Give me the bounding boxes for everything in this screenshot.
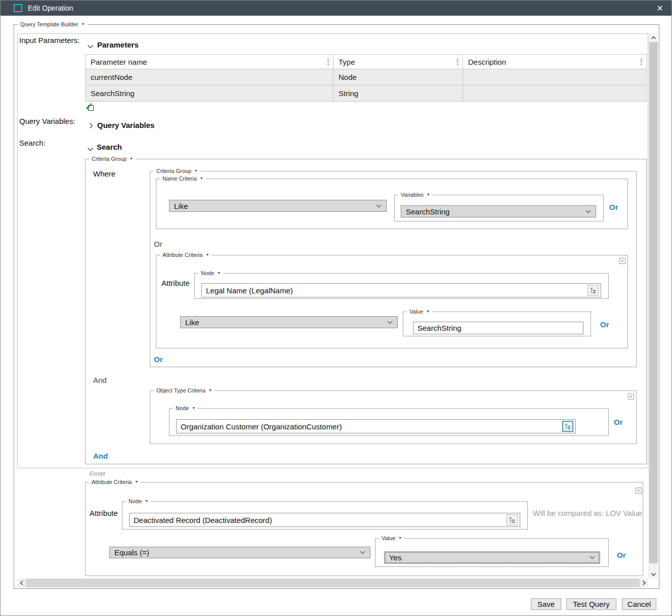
chevron-down-icon: [590, 556, 595, 559]
cell-description[interactable]: [463, 69, 646, 85]
legend-dropdown-icon: ▼: [135, 479, 138, 485]
legend-dropdown-icon: ▼: [398, 536, 402, 541]
scroll-up-icon[interactable]: [649, 33, 658, 42]
remove-criteria-icon[interactable]: ×: [628, 393, 634, 400]
edit-operation-dialog: Edit Operation ✕ Query Template Builder …: [0, 0, 672, 616]
query-template-builder-legend[interactable]: Query Template Builder ▼: [18, 21, 88, 28]
horizontal-scrollbar[interactable]: [17, 579, 648, 587]
node-picker-button[interactable]: [587, 285, 599, 296]
column-header-parameter-name[interactable]: Parameter name: [86, 55, 333, 69]
table-row[interactable]: SearchString String: [86, 85, 646, 102]
close-icon[interactable]: ✕: [652, 1, 667, 16]
tree-icon: [590, 287, 597, 294]
cell-parameter-name[interactable]: currentNode: [86, 69, 333, 85]
legend-dropdown-icon: ▼: [427, 192, 430, 197]
scroll-left-icon[interactable]: [17, 579, 26, 587]
attribute-operator-select[interactable]: Like: [180, 316, 398, 328]
and-separator: And: [93, 376, 107, 384]
value-legend[interactable]: Value ▼: [379, 535, 404, 542]
vertical-scrollbar-thumb[interactable]: [649, 42, 658, 563]
attribute-criteria-legend[interactable]: Attribute Criteria ▼: [89, 478, 141, 486]
chevron-down-icon[interactable]: [87, 145, 94, 154]
except-operator-select[interactable]: Equals (=): [109, 547, 370, 558]
query-variables-label: Query Variables:: [19, 117, 75, 125]
remove-criteria-icon[interactable]: ×: [619, 258, 625, 264]
object-type-or-link[interactable]: Or: [614, 418, 623, 426]
attribute-node-input[interactable]: Legal Name (LegalName): [201, 283, 601, 297]
cell-type[interactable]: Node: [333, 69, 463, 85]
inner-group-or-add-link[interactable]: Or: [154, 355, 163, 364]
table-row[interactable]: currentNode Node: [86, 69, 646, 85]
object-type-node-input[interactable]: Organization Customer (OrganizationCusto…: [176, 419, 576, 433]
column-menu-icon[interactable]: [457, 59, 458, 65]
column-menu-icon[interactable]: [327, 59, 329, 65]
node-legend[interactable]: Node ▼: [173, 405, 198, 412]
value-input[interactable]: SearchString: [413, 322, 583, 334]
tree-icon: [564, 423, 571, 430]
parameters-section-header[interactable]: Parameters: [97, 40, 139, 49]
column-header-description[interactable]: Description: [463, 55, 646, 69]
criteria-group-legend[interactable]: Criteria Group ▼: [89, 155, 136, 162]
except-or-link[interactable]: Or: [617, 551, 626, 559]
name-criteria-or-link[interactable]: Or: [609, 203, 618, 211]
name-criteria-legend[interactable]: Name Criteria ▼: [160, 175, 206, 182]
chevron-down-icon: [387, 321, 393, 324]
save-button[interactable]: Save: [531, 598, 561, 610]
column-header-type[interactable]: Type: [333, 55, 463, 69]
name-operator-select[interactable]: Like: [169, 200, 387, 212]
node-legend[interactable]: Node ▼: [126, 498, 151, 505]
node-picker-button[interactable]: [507, 514, 518, 525]
column-menu-icon[interactable]: [641, 59, 642, 65]
except-node-input[interactable]: Deactivated Record (DeactivatedRecord): [129, 513, 520, 527]
test-query-button[interactable]: Test Query: [566, 598, 616, 610]
cell-parameter-name[interactable]: SearchString: [86, 85, 333, 101]
attribute-criteria-or-link[interactable]: Or: [600, 320, 609, 329]
horizontal-scrollbar-thumb[interactable]: [26, 579, 640, 587]
legend-dropdown-icon: ▼: [200, 176, 203, 181]
legend-dropdown-icon: ▼: [205, 252, 209, 257]
legend-dropdown-icon: ▼: [81, 22, 85, 27]
search-section-header[interactable]: Search: [97, 143, 122, 151]
attribute-label: Attribute: [161, 279, 190, 287]
attribute-criteria-legend[interactable]: Attribute Criteria ▼: [160, 251, 212, 258]
object-type-criteria-legend[interactable]: Object Type Criteria ▼: [154, 387, 215, 394]
dialog-title: Edit Operation: [28, 1, 73, 16]
or-separator: Or: [154, 240, 162, 248]
legend-dropdown-icon: ▼: [208, 388, 212, 393]
add-parameter-icon[interactable]: [85, 102, 94, 111]
variables-legend[interactable]: Variables ▼: [398, 191, 433, 198]
legend-dropdown-icon: ▼: [192, 406, 195, 411]
tree-icon: [509, 516, 516, 523]
chevron-down-icon: [360, 551, 365, 554]
titlebar: Edit Operation ✕: [1, 1, 671, 16]
query-variables-section-header[interactable]: Query Variables: [97, 121, 154, 129]
criteria-group-and-add-link[interactable]: And: [93, 452, 108, 460]
variables-select[interactable]: SearchString: [401, 205, 596, 217]
remove-criteria-icon[interactable]: ×: [636, 488, 642, 494]
legend-dropdown-icon: ▼: [130, 156, 133, 161]
chevron-down-icon: [585, 210, 591, 213]
search-label: Search:: [19, 139, 46, 147]
scroll-right-icon[interactable]: [640, 579, 648, 587]
legend-dropdown-icon: ▼: [145, 499, 148, 504]
legend-dropdown-icon: ▼: [426, 309, 430, 314]
legend-dropdown-icon: ▼: [194, 168, 198, 173]
attribute-label: Attribute: [90, 509, 118, 517]
scroll-down-icon[interactable]: [649, 570, 658, 579]
app-icon: [14, 4, 22, 12]
node-legend[interactable]: Node ▼: [198, 270, 223, 277]
cell-description[interactable]: [463, 85, 646, 101]
value-legend[interactable]: Value ▼: [407, 308, 432, 315]
cancel-button[interactable]: Cancel: [622, 598, 656, 610]
except-value-select[interactable]: Yes: [384, 551, 600, 564]
node-picker-button[interactable]: [562, 421, 573, 432]
vertical-scrollbar[interactable]: [649, 33, 657, 579]
chevron-down-icon[interactable]: [87, 42, 94, 51]
chevron-right-icon[interactable]: [89, 122, 94, 131]
input-parameters-label: Input Parameters:: [19, 36, 79, 45]
parameters-table: Parameter name Type Description currentN…: [85, 54, 647, 102]
cell-type[interactable]: String: [333, 85, 463, 101]
where-label: Where: [93, 169, 115, 178]
compare-as-note: Will be compared as: LOV Value: [533, 509, 642, 517]
inner-criteria-group-legend[interactable]: Criteria Group ▼: [154, 167, 200, 174]
